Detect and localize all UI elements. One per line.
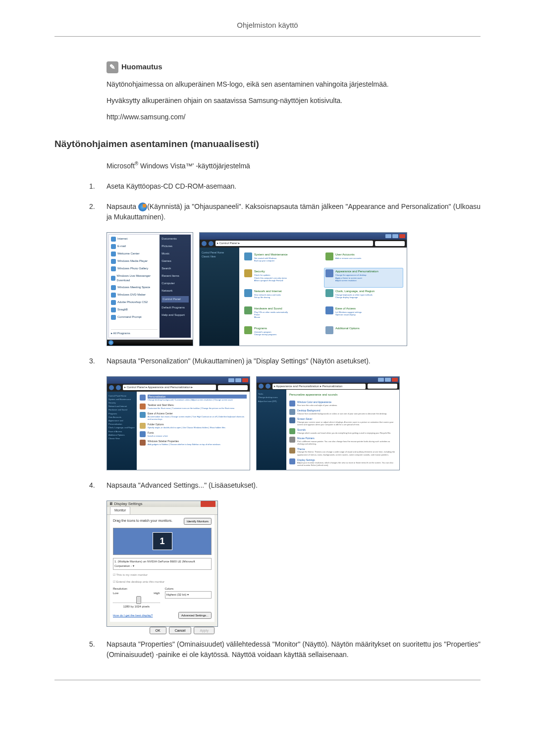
- pers-side-item: Adjust font size (DPI): [258, 400, 285, 403]
- start-menu-item: Windows Photo Gallery: [111, 266, 158, 271]
- colors-select: Highest (32 bit) ▾: [165, 591, 212, 599]
- notice-title: Huomautus: [121, 61, 162, 73]
- pers-side-item: Clock, Language, and Region: [108, 426, 135, 429]
- start-menu-item: Command Prompt: [111, 315, 158, 320]
- pers-side-item: Control Panel Home: [108, 394, 135, 398]
- step-4: 4. Napsauta "Advanced Settings..." (Lisä…: [89, 480, 481, 491]
- pers-option: ThemeChange the theme. Themes can change…: [289, 448, 396, 456]
- pers-option: Display SettingsAdjust your monitor reso…: [289, 458, 396, 467]
- pers-option: Desktop BackgroundChoose from available …: [289, 409, 396, 415]
- start-menu-right-item: Default Programs: [161, 305, 189, 310]
- start-menu-item: SnagIt8: [111, 307, 158, 312]
- screenshot-step2: InternetE-mailWelcome CenterWindows Medi…: [107, 232, 481, 346]
- start-menu-right-item: Recent Items: [161, 274, 189, 278]
- pers-side-item: Appearance and Personalization: [108, 419, 135, 426]
- start-menu-item: E-mail: [111, 244, 158, 249]
- step-5: 5. Napsauta "Properties" (Ominaisuudet) …: [89, 639, 481, 660]
- monitor-preview: 1: [113, 528, 212, 555]
- pers-side-item: Security: [108, 401, 135, 404]
- pers-side-item: Hardware and Sound: [108, 408, 135, 411]
- tab-monitor: Monitor: [110, 506, 130, 514]
- start-menu-right-item: Music: [161, 252, 189, 256]
- drag-label: Drag the icons to match your monitors.: [113, 518, 172, 524]
- pers-option: Window Color and AppearanceFine tune the…: [289, 401, 396, 406]
- screenshot-step3: ▸ Control Panel ▸ Appearance and Persona…: [107, 376, 481, 470]
- monitor-select: 1. (Multiple Monitors) on NVIDIA GeForce…: [113, 558, 212, 570]
- start-menu-item: Windows DVD Maker: [111, 293, 158, 298]
- extend-desktop-checkbox: ☑ Extend the desktop onto this monitor: [113, 580, 212, 584]
- pers-side-item: User Accounts: [108, 415, 135, 419]
- identify-monitors-button: Identify Monitors: [184, 518, 212, 525]
- start-menu-right-item: Search: [161, 266, 189, 271]
- resolution-slider: [113, 597, 160, 603]
- start-orb-icon: [138, 202, 147, 211]
- pers-category: Folder OptionsSpecify single- or double-…: [140, 423, 247, 429]
- start-menu-right-item: Documents: [161, 237, 189, 241]
- apply-button: Apply: [194, 627, 214, 634]
- pers-category: PersonalizationChange desktop background…: [140, 395, 247, 402]
- start-menu-right-item: Games: [161, 259, 189, 263]
- pers-side-item: Programs: [108, 412, 135, 415]
- resolution-value: 1280 by 1024 pixels: [113, 605, 160, 609]
- cp-category: Appearance and PersonalizationChange the…: [324, 268, 403, 288]
- help-link: How do I get the best display?: [113, 613, 153, 618]
- advanced-settings-button: Advanced Settings...: [178, 612, 212, 619]
- colors-label: Colors:: [165, 587, 212, 591]
- start-menu-item: Adobe Photoshop CS2: [111, 300, 158, 305]
- start-menu-item: Internet: [111, 237, 158, 242]
- cp-side-item: Classic View: [202, 254, 237, 258]
- pers-option: SoundsChange which sounds are heard when…: [289, 428, 396, 434]
- page-footer: [54, 680, 481, 690]
- notice-icon: ✎: [107, 61, 118, 73]
- notice-text-1: Näytönohjaimessa on alkuperäinen MS-logo…: [107, 79, 481, 90]
- cp-category: Clock, Language, and RegionChange keyboa…: [325, 289, 402, 303]
- all-programs: ▸ All Programs: [111, 329, 158, 336]
- notice-url: http://www.samsung.com/: [107, 112, 481, 122]
- start-menu-item: Welcome Center: [111, 252, 158, 256]
- start-menu-right-item: Help and Support: [161, 313, 189, 317]
- cp-category: System and MaintenanceGet started with W…: [244, 252, 321, 267]
- notice-section: ✎ Huomautus Näytönohjaimessa on alkuperä…: [107, 61, 481, 122]
- pers-option: Screen SaverChange your screen saver or …: [289, 417, 396, 426]
- step-1: 1. Aseta Käyttöopas-CD CD-ROM-asemaan.: [89, 181, 481, 192]
- pers-category: Windows Sidebar PropertiesAdd gadgets to…: [140, 440, 247, 446]
- control-panel-screenshot: ▸ Control Panel ▸ Control Panel HomeClas…: [199, 232, 407, 346]
- page-header: Ohjelmiston käyttö: [54, 20, 481, 37]
- personalization-window-screenshot: ▸ Appearance and Personalization ▸ Perso…: [256, 376, 400, 470]
- section-subtitle: Microsoft® Windows Vista™' -käyttöjärjes…: [107, 160, 481, 171]
- start-menu-right-item: Computer: [161, 281, 189, 286]
- pers-category: Ease of Access CenterAccommodate low vis…: [140, 412, 247, 420]
- notice-text-2: Hyväksytty alkuperäinen ohjain on saatav…: [107, 96, 481, 106]
- pers-category: FontsInstall or remove a font: [140, 431, 247, 437]
- ok-button: OK: [150, 627, 166, 634]
- pers-side-item: Additional Options: [108, 433, 135, 437]
- pers-category: Taskbar and Start MenuCustomize the Star…: [140, 403, 247, 409]
- start-menu-screenshot: InternetE-mailWelcome CenterWindows Medi…: [107, 232, 193, 346]
- step-2: 2. Napsauta (Käynnistä) ja "Ohjauspaneel…: [89, 202, 481, 222]
- appearance-window-screenshot: ▸ Control Panel ▸ Appearance and Persona…: [107, 376, 250, 470]
- resolution-label: Resolution:: [113, 587, 160, 591]
- main-monitor-checkbox: ☑ This is my main monitor: [113, 573, 212, 577]
- start-orb-icon: [108, 340, 113, 345]
- start-menu-item: Windows Live Messenger Download: [111, 274, 158, 283]
- pers-side-item: Tasks: [258, 392, 285, 396]
- pers-option: Mouse PointersPick a different mouse poi…: [289, 437, 396, 445]
- start-menu-right-item: Control Panel: [161, 296, 189, 302]
- pers-side-item: Classic View: [108, 437, 135, 440]
- cp-category: Hardware and SoundPlay CDs or other medi…: [244, 306, 321, 323]
- cp-category: ProgramsUninstall a programChange startu…: [244, 326, 321, 341]
- start-menu-item: Windows Media Player: [111, 259, 158, 264]
- cp-category: SecurityCheck for updatesCheck this comp…: [244, 269, 321, 286]
- step-3: 3. Napsauta "Personalization" (Mukauttam…: [89, 356, 481, 366]
- display-settings-screenshot: 🖥 Display Settings Monitor Drag the icon…: [107, 501, 218, 627]
- cp-category: Additional Options: [325, 326, 402, 341]
- cp-category: User AccountsAdd or remove user accounts: [325, 252, 402, 267]
- cp-category: Ease of AccessLet Windows suggest settin…: [325, 306, 402, 323]
- cp-side-item: Control Panel Home: [202, 251, 237, 254]
- start-menu-item: Windows Meeting Space: [111, 285, 158, 290]
- cancel-button: Cancel: [169, 627, 192, 634]
- pers-side-item: Ease of Access: [108, 430, 135, 433]
- pers-side-item: Network and Internet: [108, 404, 135, 408]
- cp-category: Network and InternetView network status …: [244, 289, 321, 303]
- pers-side-item: Change desktop icons: [258, 396, 285, 399]
